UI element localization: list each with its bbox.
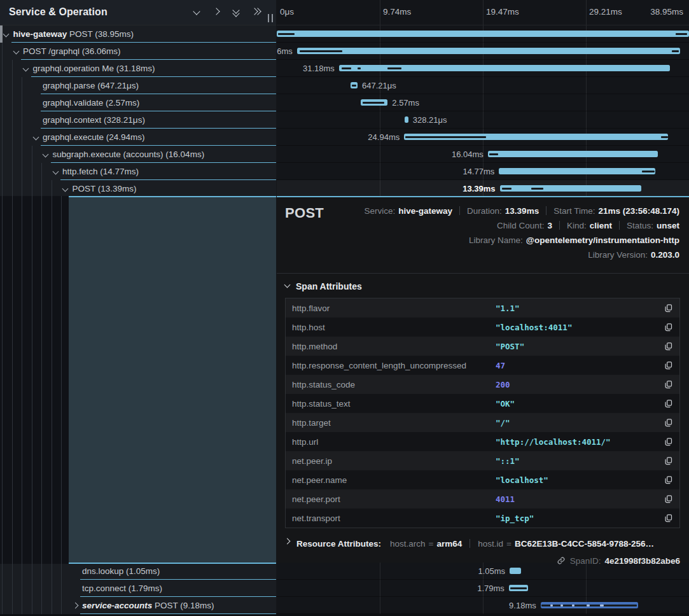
indent-guide — [22, 180, 22, 197]
indent-guide — [32, 563, 32, 580]
span-timeline-row[interactable]: 24.94ms — [277, 129, 689, 146]
attribute-value: "ip_tcp" — [496, 514, 663, 523]
span-attributes-toggle[interactable]: Span Attributes — [285, 279, 680, 293]
span-tree-row[interactable]: graphql.operation Me (31.18ms) — [0, 60, 276, 77]
span-timeline-row[interactable]: 16.04ms — [277, 146, 689, 163]
copy-icon[interactable] — [663, 360, 673, 370]
span-tree-row[interactable]: graphql.execute (24.94ms) — [0, 129, 276, 146]
indent-guide — [41, 597, 42, 614]
span-tree-row[interactable]: graphql.parse (647.21μs) — [0, 77, 276, 94]
attribute-value: 200 — [496, 380, 663, 389]
span-timeline-row[interactable]: 38.95ms — [277, 25, 689, 43]
indent-guide — [22, 163, 22, 180]
span-tree-row[interactable]: POST /graphql (36.06ms) — [0, 43, 276, 60]
meta-value: @opentelemetry/instrumentation-http — [526, 235, 679, 245]
copy-icon[interactable] — [663, 456, 673, 466]
detail-meta-line: Library Version:0.203.0 — [588, 248, 679, 261]
indent-guide — [41, 563, 42, 580]
meta-divider — [559, 221, 560, 230]
copy-icon[interactable] — [663, 475, 673, 485]
indent-guide — [2, 146, 3, 163]
indent-guide — [22, 146, 22, 163]
span-tree-row[interactable]: graphql.context (328.21μs) — [0, 111, 276, 129]
copy-icon[interactable] — [663, 322, 673, 332]
span-timeline-row[interactable]: 36.06ms — [277, 43, 689, 60]
span-duration-bar[interactable] — [277, 31, 689, 37]
collapse-all-icon[interactable] — [232, 8, 241, 17]
meta-value: client — [590, 221, 612, 230]
span-timeline-row[interactable]: 1.79ms — [277, 580, 689, 597]
span-detail-meta: Service:hive-gatewayDuration:13.39msStar… — [364, 204, 679, 261]
span-tree-row[interactable]: http.fetch (14.77ms) — [0, 163, 276, 180]
span-duration-bar[interactable] — [499, 168, 655, 174]
child-span-mark — [600, 605, 604, 606]
span-duration-bar[interactable] — [297, 48, 680, 54]
span-attributes-title: Span Attributes — [296, 281, 362, 291]
selected-span-left-panel — [69, 196, 276, 564]
span-tree-row[interactable]: POST (13.39ms) — [0, 180, 276, 197]
span-duration-bar[interactable] — [488, 151, 658, 157]
attribute-key: net.peer.name — [292, 475, 496, 485]
copy-icon[interactable] — [663, 303, 673, 313]
ruler-tick-label: 29.21ms — [589, 7, 622, 17]
chevron-down-icon — [43, 152, 48, 157]
span-timeline-row[interactable]: 13.39ms — [277, 180, 689, 197]
span-timeline-row[interactable]: 9.18ms — [277, 597, 689, 614]
span-tree-row[interactable]: hive-gateway POST (38.95ms) — [0, 25, 276, 43]
indent-guide — [12, 163, 13, 180]
indent-guide — [61, 563, 62, 580]
copy-icon[interactable] — [663, 341, 673, 351]
span-tree-row[interactable]: service-accounts POST (9.18ms) — [0, 597, 276, 614]
resource-divider — [470, 539, 470, 548]
span-duration-bar[interactable] — [500, 185, 642, 192]
indent-guide — [32, 196, 32, 564]
span-timeline-row[interactable]: 647.21μs — [277, 77, 689, 94]
meta-label: Library Name: — [469, 235, 523, 245]
chevron-down-icon — [233, 11, 239, 16]
span-tree-row[interactable]: subgraph.execute (accounts) (16.04ms) — [0, 146, 276, 163]
indent-guide — [32, 180, 32, 197]
link-icon[interactable] — [556, 556, 566, 566]
tree-indent-strip — [0, 196, 69, 564]
collapse-one-icon[interactable] — [193, 8, 202, 17]
expand-all-icon[interactable] — [252, 8, 261, 17]
copy-icon[interactable] — [663, 494, 673, 504]
span-tree-row[interactable]: graphql.validate (2.57ms) — [0, 94, 276, 111]
copy-icon[interactable] — [663, 379, 673, 389]
indent-guide — [12, 129, 13, 146]
span-timeline-row[interactable]: 14.77ms — [277, 163, 689, 180]
copy-icon[interactable] — [663, 437, 673, 447]
indent-guide — [61, 196, 62, 564]
child-span-mark — [676, 33, 686, 35]
child-span-mark — [278, 33, 295, 35]
indent-guide — [12, 180, 13, 197]
resource-attributes-title: Resource Attributes: — [296, 539, 381, 549]
chevron-down-icon — [24, 66, 29, 71]
tree-scrollbar-thumb[interactable] — [0, 25, 3, 43]
copy-icon[interactable] — [663, 417, 673, 428]
copy-icon[interactable] — [663, 398, 673, 409]
attribute-value: "http://localhost:4011/" — [496, 437, 663, 447]
span-tree-row[interactable]: dns.lookup (1.05ms) — [0, 563, 276, 580]
indent-guide — [61, 597, 62, 614]
copy-icon[interactable] — [663, 513, 673, 523]
attribute-value: 4011 — [496, 494, 663, 504]
span-timeline-row[interactable]: 2.57ms — [277, 94, 689, 111]
tree-header-title: Service & Operation — [9, 6, 108, 18]
indent-guide — [61, 580, 62, 597]
meta-value: 21ms (23:56:48.174) — [598, 206, 679, 216]
span-duration-bar[interactable] — [510, 568, 520, 574]
attribute-row: http.response_content_length_uncompresse… — [286, 356, 679, 375]
span-timeline-row[interactable]: 31.18ms — [277, 60, 689, 77]
expand-one-icon[interactable] — [212, 8, 221, 17]
span-duration-bar[interactable] — [405, 116, 408, 123]
resource-attributes-row[interactable]: Resource Attributes: host.arch=arm64host… — [285, 537, 680, 550]
indent-guide — [41, 163, 42, 180]
child-span-mark — [489, 153, 498, 155]
indent-guide — [22, 563, 22, 580]
pane-resize-grip[interactable] — [268, 14, 273, 22]
span-name-label: subgraph.execute (accounts) (16.04ms) — [53, 150, 205, 159]
trace-viewer: Service & Operation hive-gateway POST (3… — [0, 0, 689, 616]
span-timeline-row[interactable]: 328.21μs — [277, 111, 689, 129]
span-tree-row[interactable]: tcp.connect (1.79ms) — [0, 580, 276, 597]
